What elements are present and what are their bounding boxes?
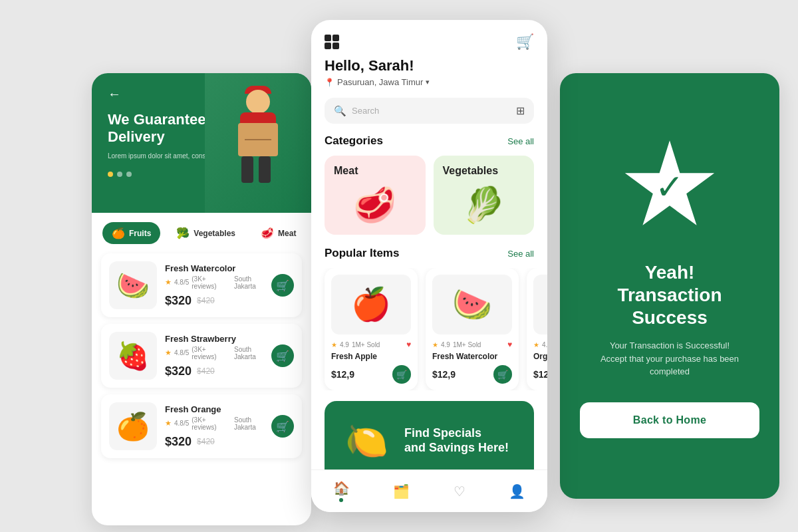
categories-grid: Meat 🥩 Vegetables 🥬 [311,156,547,235]
tab-vegetables[interactable]: 🥦 Vegetables [167,222,245,244]
product-price: $320 [165,364,192,378]
add-to-cart-button[interactable]: 🛒 [493,365,512,384]
popular-rating: 4.9 [542,341,547,348]
product-reviews: (3K+ reviews) [192,346,229,360]
greeting-location: 📍 Pasuruan, Jawa Timur ▾ [325,77,534,87]
popular-price: $12,9 [533,369,547,380]
success-subtitle: Your Transaction is Successful! Accept t… [580,339,759,378]
add-to-cart-button[interactable]: 🛒 [271,274,294,297]
popular-title: Popular Items [325,247,399,260]
scene: ← We Guarantee Safe Delivery Lorem ipsum… [0,0,798,532]
tab-fruits[interactable]: 🍊 Fruits [102,222,160,244]
nav-wishlist[interactable]: ♡ [443,478,476,505]
heart-icon[interactable]: ♥ [406,340,411,349]
category-vegetables[interactable]: Vegetables 🥬 [434,156,535,235]
delivery-illustration [205,73,311,213]
specials-title: Find Specials and Savings Here! [404,426,509,455]
product-image: 🍉 [109,261,157,309]
category-tabs: 🍊 Fruits 🥦 Vegetables 🥩 Meat ⊞ [92,213,311,253]
product-rating: 4.8/5 [174,420,189,427]
nav-home[interactable]: 🏠 [323,475,360,507]
categories-see-all[interactable]: See all [507,136,534,146]
table-row: 🍉 Fresh Watercolor ★ 4.8/5 (3K+ reviews)… [101,253,302,317]
vegetables-icon: 🥦 [176,227,190,239]
category-meat[interactable]: Meat 🥩 [325,156,426,235]
box [238,123,278,156]
success-badge: ✓ [616,134,723,240]
tab-meat[interactable]: 🥩 Meat [251,222,305,244]
popular-price-row: $12,9 🛒 [432,365,512,384]
hero-banner: ← We Guarantee Safe Delivery Lorem ipsum… [92,73,311,213]
search-icon: 🔍 [334,105,346,117]
popular-sold: 1M+ Sold [453,341,481,348]
head [246,90,270,114]
watermelon-icon: 🍉 [452,286,492,323]
price-row: $320 $420 [165,364,271,378]
cart-icon[interactable]: 🛒 [516,33,534,51]
product-old-price: $420 [197,437,215,446]
chevron-down-icon[interactable]: ▾ [426,78,430,86]
product-meta: ★ 4.8/5 (3K+ reviews) South Jakarta [165,346,271,360]
star-icon: ★ [432,341,438,348]
product-image: 🍊 [109,402,157,450]
specials-image: 🍋 [336,414,396,467]
leg-left [241,156,253,183]
product-location: South Jakarta [234,346,271,360]
popular-sold: 1M+ Sold [352,341,380,348]
back-to-home-button[interactable]: Back to Home [580,402,759,438]
product-old-price: $420 [197,366,215,376]
filter-icon[interactable]: ⊞ [516,104,525,117]
product-info: Fresh Strawberry ★ 4.8/5 (3K+ reviews) S… [165,334,271,378]
grid-cell [325,43,331,49]
star-icon: ★ [165,278,172,287]
search-input[interactable]: Search [352,106,511,116]
vegetables-category-icon: 🥬 [443,185,525,225]
bottom-nav: 🏠 🗂️ ♡ 👤 [311,469,547,512]
tab-meat-label: Meat [278,229,296,238]
legs [241,156,275,183]
list-item: 🍎 ★ 4.9 1M+ Sold ♥ Fresh Apple $12,9 🛒 [325,268,418,390]
star-icon: ★ [165,419,172,428]
location-text: Pasuruan, Jawa Timur [337,77,423,87]
nav-profile[interactable]: 👤 [498,478,536,505]
search-bar[interactable]: 🔍 Search ⊞ [325,98,534,124]
product-list: 🍉 Fresh Watercolor ★ 4.8/5 (3K+ reviews)… [92,253,311,458]
popular-item-image: 🥕 [533,275,547,334]
product-image: 🍓 [109,332,157,380]
popular-rating: 4.9 [441,341,450,348]
left-panel: ← We Guarantee Safe Delivery Lorem ipsum… [92,73,311,525]
popular-price: $12,9 [331,369,354,380]
center-panel: 🛒 Hello, Sarah! 📍 Pasuruan, Jawa Timur ▾… [311,20,547,512]
table-row: 🍓 Fresh Strawberry ★ 4.8/5 (3K+ reviews)… [101,324,302,388]
popular-price-row: $12,9 🛒 [533,365,547,384]
popular-see-all[interactable]: See all [507,249,534,259]
add-to-cart-button[interactable]: 🛒 [392,365,411,384]
product-meta: ★ 4.8/5 (3K+ reviews) South Jakarta [165,416,271,431]
product-location: South Jakarta [234,275,271,290]
category-meat-label: Meat [334,165,416,177]
popular-item-image: 🍉 [432,275,512,334]
grid-cell [325,35,331,41]
product-name: Fresh Watercolor [165,263,271,273]
add-to-cart-button[interactable]: 🛒 [271,344,294,367]
dot-3 [126,172,132,177]
popular-meta: ★ 4.9 1M+ ♥ [533,340,547,349]
specials-banner[interactable]: 🍋 Find Specials and Savings Here! [325,401,534,481]
strawberry-icon: 🍓 [116,340,150,372]
price-row: $320 $420 [165,294,271,308]
product-rating: 4.8/5 [174,349,189,356]
center-header: 🛒 [311,20,547,57]
orders-icon: 🗂️ [393,483,410,499]
price-row: $320 $420 [165,435,271,449]
nav-orders[interactable]: 🗂️ [382,478,420,505]
product-name: Fresh Orange [165,404,271,414]
product-location: South Jakarta [234,416,271,431]
grid-icon[interactable] [325,35,339,49]
heart-icon[interactable]: ♥ [507,340,512,349]
product-price: $320 [165,294,192,308]
home-icon: 🏠 [333,480,350,496]
add-to-cart-button[interactable]: 🛒 [271,415,294,438]
popular-name: Fresh Apple [331,352,411,361]
greeting-name: Hello, Sarah! [325,57,534,74]
location-pin-icon: 📍 [325,78,334,87]
